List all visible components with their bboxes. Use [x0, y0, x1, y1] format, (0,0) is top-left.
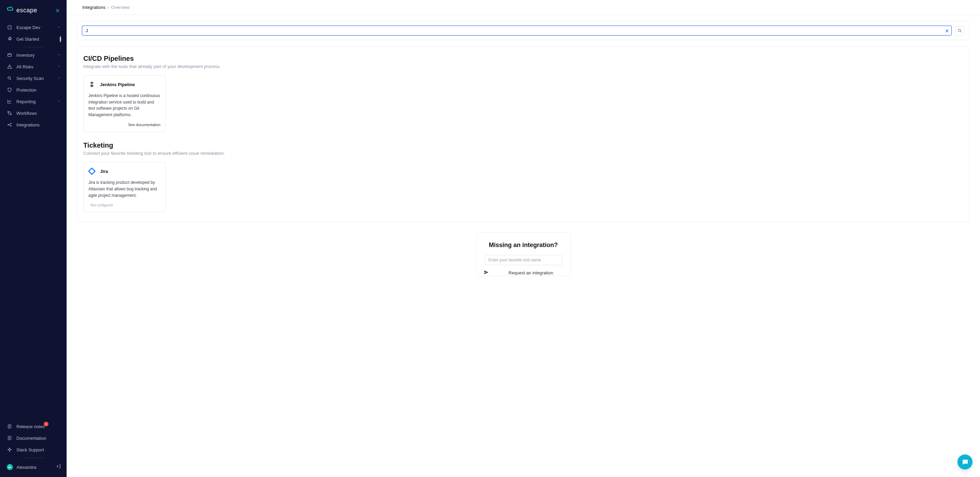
- integrations-icon: [7, 122, 12, 128]
- not-configured-label: Not configured: [88, 203, 161, 207]
- sidebar-item-workflows[interactable]: Workflows: [0, 107, 67, 119]
- jira-icon: [88, 168, 95, 175]
- chevron-down-icon: [57, 76, 61, 81]
- doc-icon: [7, 424, 12, 429]
- sidebar-item-inventory[interactable]: Inventory: [0, 49, 67, 61]
- svg-rect-1: [8, 54, 12, 56]
- nav-label: All Risks: [16, 64, 33, 69]
- collapse-sidebar-button[interactable]: [56, 8, 61, 13]
- results-panel: CI/CD Pipelines Integrate with the tools…: [77, 46, 970, 222]
- nav-label: Protection: [16, 88, 37, 93]
- svg-point-2: [8, 77, 10, 79]
- search-icon: [7, 75, 12, 81]
- search-panel: ✕: [77, 21, 970, 40]
- user-name: Alexandra: [16, 465, 37, 470]
- shield-icon: [7, 87, 12, 93]
- svg-point-18: [92, 83, 93, 84]
- svg-point-7: [11, 125, 11, 126]
- section-subtitle-ticketing: Connect your favorite ticketing tool to …: [83, 151, 963, 156]
- integration-card-jira[interactable]: Jira Jira is tracking product developed …: [83, 162, 165, 212]
- notification-badge: 1: [44, 422, 48, 426]
- nav-label: Reporting: [16, 99, 35, 104]
- breadcrumb-root[interactable]: Integrations: [82, 5, 105, 10]
- browser-icon: [7, 52, 12, 58]
- slack-icon: [7, 447, 12, 452]
- flame-icon: [7, 36, 12, 42]
- section-title-ticketing: Ticketing: [83, 142, 963, 149]
- loading-spinner-icon: [60, 37, 61, 42]
- missing-title: Missing an integration?: [485, 242, 562, 249]
- sidebar-header: escape: [0, 0, 67, 20]
- nav-label: Integrations: [16, 122, 40, 128]
- missing-tool-input[interactable]: [485, 255, 562, 265]
- breadcrumb-separator: ›: [108, 5, 109, 10]
- breadcrumb-current: Overview: [111, 5, 129, 10]
- request-label: Request an integration: [508, 270, 553, 275]
- chat-widget-button[interactable]: [958, 455, 972, 469]
- sidebar: escape Escape Dev Get Start: [0, 0, 67, 477]
- chart-icon: [7, 99, 12, 104]
- sidebar-item-all-risks[interactable]: All Risks: [0, 61, 67, 72]
- nav-label: Inventory: [16, 53, 35, 58]
- warning-icon: [7, 64, 12, 69]
- logo[interactable]: escape: [7, 6, 37, 15]
- search-input[interactable]: [82, 26, 952, 35]
- building-icon: [7, 25, 12, 30]
- request-integration-button[interactable]: Request an integration: [485, 270, 562, 276]
- svg-rect-4: [10, 114, 12, 115]
- user-menu[interactable]: AL Alexandra: [0, 460, 67, 474]
- sidebar-item-get-started[interactable]: Get Started: [0, 33, 67, 45]
- sidebar-item-release-notes[interactable]: Release notes 1: [0, 421, 67, 432]
- svg-point-14: [958, 29, 961, 32]
- nav-label: Slack Support: [16, 447, 44, 452]
- brand-name: escape: [16, 7, 37, 14]
- sidebar-footer: Release notes 1 Documentation Slack Supp…: [0, 421, 67, 477]
- svg-rect-10: [9, 448, 10, 449]
- missing-integration-panel: Missing an integration? Request an integ…: [476, 232, 571, 276]
- send-icon: [484, 270, 488, 276]
- logo-icon: [7, 6, 14, 15]
- sidebar-item-documentation[interactable]: Documentation: [0, 432, 67, 444]
- nav-label: Documentation: [16, 436, 46, 441]
- see-documentation-link[interactable]: See documentation: [88, 123, 161, 127]
- card-title: Jira: [100, 169, 108, 174]
- svg-rect-3: [8, 112, 9, 113]
- logout-icon[interactable]: [56, 464, 61, 470]
- svg-rect-0: [8, 26, 11, 29]
- clear-search-button[interactable]: ✕: [945, 28, 949, 33]
- card-description: Jira is tracking product developed by At…: [88, 179, 161, 198]
- nav-label: Security Scan: [16, 76, 44, 81]
- chevron-down-icon: [57, 25, 61, 30]
- svg-rect-16: [91, 85, 93, 87]
- avatar: AL: [7, 464, 13, 470]
- nav-divider: [23, 47, 44, 47]
- chevron-down-icon: [57, 53, 61, 58]
- svg-point-5: [8, 124, 8, 125]
- sidebar-nav: Escape Dev Get Started Invento: [0, 20, 67, 421]
- svg-point-6: [11, 123, 11, 124]
- breadcrumb: Integrations › Overview: [67, 0, 980, 15]
- svg-point-17: [91, 83, 92, 84]
- sidebar-org-selector[interactable]: Escape Dev: [0, 22, 67, 33]
- nav-label: Get Started: [16, 37, 39, 42]
- svg-rect-11: [8, 449, 9, 450]
- doc-icon: [7, 435, 12, 441]
- integration-card-jenkins[interactable]: Jenkins Pipeline Jenkins Pipeline is a h…: [83, 75, 165, 132]
- sidebar-item-integrations[interactable]: Integrations: [0, 119, 67, 131]
- chevron-down-icon: [57, 99, 61, 104]
- chevron-down-icon: [57, 64, 61, 69]
- workflow-icon: [7, 110, 12, 116]
- sidebar-item-slack-support[interactable]: Slack Support: [0, 444, 67, 455]
- sidebar-item-security-scan[interactable]: Security Scan: [0, 72, 67, 84]
- jenkins-icon: [88, 81, 95, 88]
- sidebar-item-protection[interactable]: Protection: [0, 84, 67, 96]
- nav-label: Workflows: [16, 111, 37, 116]
- section-subtitle-cicd: Integrate with the tools that already pa…: [83, 64, 963, 69]
- svg-rect-12: [9, 450, 10, 452]
- main-content: Integrations › Overview ✕ CI/CD Pipeline…: [67, 0, 980, 477]
- org-name: Escape Dev: [16, 25, 40, 30]
- search-button[interactable]: [955, 26, 965, 35]
- section-title-cicd: CI/CD Pipelines: [83, 55, 963, 62]
- nav-divider: [23, 458, 44, 458]
- sidebar-item-reporting[interactable]: Reporting: [0, 96, 67, 107]
